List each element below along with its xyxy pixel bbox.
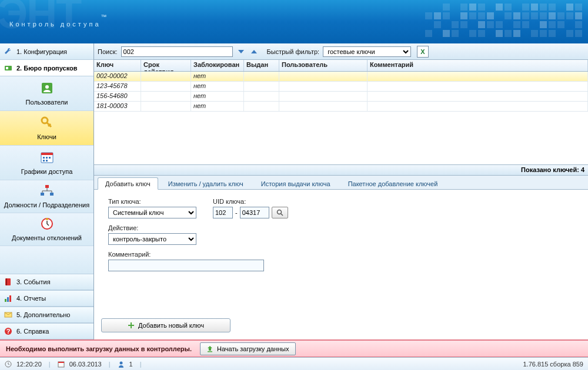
col-user[interactable]: Пользователь bbox=[279, 60, 368, 71]
svg-point-27 bbox=[119, 361, 122, 364]
calendar-icon bbox=[39, 149, 55, 166]
search-input[interactable] bbox=[121, 46, 233, 57]
svg-rect-9 bbox=[50, 193, 54, 196]
sidebar-item-additional[interactable]: 5. Дополнительно bbox=[0, 307, 93, 323]
col-blocked[interactable]: Заблокирован bbox=[191, 60, 244, 71]
svg-point-11 bbox=[46, 218, 48, 220]
sidebar-item-label: 3. События bbox=[16, 278, 51, 285]
col-comment[interactable]: Комментарий bbox=[368, 60, 588, 71]
table-row[interactable]: 156-54680нет bbox=[94, 92, 588, 102]
clock-icon bbox=[5, 361, 12, 368]
tab-batch[interactable]: Пакетное добавление ключей bbox=[340, 177, 446, 189]
card-icon bbox=[4, 63, 13, 73]
chart-icon bbox=[4, 294, 13, 303]
svg-rect-26 bbox=[58, 362, 64, 363]
start-upload-button[interactable]: Начать загрузку данных bbox=[200, 342, 296, 355]
help-icon: ? bbox=[4, 327, 13, 336]
sidebar-item-help[interactable]: ? 6. Справка bbox=[0, 323, 93, 339]
svg-rect-6 bbox=[41, 153, 53, 155]
search-up-icon[interactable] bbox=[249, 48, 259, 56]
uid-lookup-button[interactable] bbox=[272, 207, 288, 218]
mail-icon bbox=[4, 310, 13, 319]
tab-add-key[interactable]: Добавить ключ bbox=[98, 177, 158, 190]
action-label: Действие: bbox=[108, 224, 196, 231]
sidebar-item-passoffice[interactable]: 2. Бюро пропусков bbox=[0, 60, 93, 76]
keytype-label: Тип ключа: bbox=[108, 198, 196, 205]
alert-text: Необходимо выполнить загрузку данных в к… bbox=[6, 345, 192, 352]
uid-b-input[interactable] bbox=[240, 207, 269, 218]
user-small-icon bbox=[118, 361, 125, 368]
clock-icon bbox=[39, 216, 55, 232]
status-users: 1 bbox=[129, 361, 133, 368]
wrench-icon bbox=[4, 47, 13, 56]
banner-decoration bbox=[425, 4, 582, 37]
svg-rect-14 bbox=[5, 299, 6, 302]
keys-grid: Ключ Срок действия Заблокирован Выдан По… bbox=[94, 60, 588, 176]
svg-text:X: X bbox=[420, 48, 425, 55]
keytype-select[interactable]: Системный ключ bbox=[108, 207, 196, 218]
key-icon bbox=[39, 115, 55, 131]
svg-rect-1 bbox=[6, 67, 8, 69]
sidebar-item-label: 5. Дополнительно bbox=[16, 311, 70, 318]
svg-rect-13 bbox=[6, 278, 7, 285]
comment-label: Комментарий: bbox=[108, 251, 264, 258]
svg-rect-15 bbox=[7, 297, 9, 302]
sidebar-item-label: Должности / Подразделения bbox=[4, 201, 89, 208]
grid-header: Ключ Срок действия Заблокирован Выдан По… bbox=[94, 60, 588, 72]
col-key[interactable]: Ключ bbox=[94, 60, 141, 71]
tab-history[interactable]: История выдачи ключа bbox=[253, 177, 338, 189]
add-new-key-button[interactable]: Добавить новый ключ bbox=[101, 318, 230, 332]
table-row[interactable]: 181-00003нет bbox=[94, 102, 588, 112]
alert-bar: Необходимо выполнить загрузку данных в к… bbox=[0, 339, 588, 357]
users-icon bbox=[39, 80, 55, 96]
svg-rect-7 bbox=[45, 185, 49, 188]
sidebar: 1. Конфигурация 2. Бюро пропусков Пользо… bbox=[0, 43, 94, 339]
filter-select[interactable]: гостевые ключи bbox=[323, 46, 411, 57]
svg-point-3 bbox=[45, 85, 49, 89]
upload-icon bbox=[206, 345, 213, 352]
svg-rect-8 bbox=[41, 193, 44, 196]
grid-empty-area bbox=[94, 112, 588, 164]
sidebar-sub-keys[interactable]: Ключи bbox=[0, 111, 93, 146]
tab-edit-key[interactable]: Изменить / удалить ключ bbox=[161, 177, 251, 189]
sidebar-item-label: Ключи bbox=[37, 133, 56, 140]
sidebar-item-events[interactable]: 3. События bbox=[0, 274, 93, 290]
svg-rect-16 bbox=[9, 295, 11, 302]
sidebar-item-label: Документы отклонений bbox=[12, 234, 82, 241]
sidebar-item-label: Пользователи bbox=[26, 99, 68, 106]
toolbar: Поиск: Быстрый фильтр: гостевые ключи X bbox=[94, 43, 588, 60]
app-banner: ЭНТ Контроль доступа™ bbox=[0, 0, 588, 43]
sidebar-item-label: 4. Отчеты bbox=[16, 295, 46, 302]
sidebar-item-reports[interactable]: 4. Отчеты bbox=[0, 290, 93, 307]
svg-point-22 bbox=[277, 210, 281, 214]
sidebar-item-config[interactable]: 1. Конфигурация bbox=[0, 43, 93, 60]
uid-label: UID ключа: bbox=[213, 198, 288, 205]
status-date: 06.03.2013 bbox=[69, 361, 102, 368]
tabs: Добавить ключ Изменить / удалить ключ Ис… bbox=[94, 176, 588, 190]
table-row[interactable]: 123-45678нет bbox=[94, 82, 588, 92]
statusbar: 12:20:20 | 06.03.2013 | 1 | 1.76.815 сбо… bbox=[0, 357, 588, 370]
filter-label: Быстрый фильтр: bbox=[267, 48, 320, 55]
table-row[interactable]: 002-00002нет bbox=[94, 72, 588, 82]
banner-bg-text: ЭНТ bbox=[0, 0, 81, 38]
col-issued[interactable]: Выдан bbox=[244, 60, 279, 71]
col-expiry[interactable]: Срок действия bbox=[141, 60, 191, 71]
form-area: Тип ключа: Системный ключ UID ключа: - bbox=[94, 190, 588, 339]
orgchart-icon bbox=[39, 183, 55, 199]
sidebar-sub-positions[interactable]: Должности / Подразделения bbox=[0, 180, 93, 213]
sidebar-item-label: 1. Конфигурация bbox=[16, 48, 67, 55]
action-select[interactable]: контроль-закрыто bbox=[108, 233, 196, 245]
grid-footer: Показано ключей: 4 bbox=[94, 164, 588, 175]
sidebar-sub-schedules[interactable]: Графики доступа bbox=[0, 146, 93, 180]
sidebar-item-label: Графики доступа bbox=[21, 168, 73, 175]
search-down-icon[interactable] bbox=[236, 48, 246, 56]
svg-text:?: ? bbox=[6, 328, 11, 335]
sidebar-item-label: 2. Бюро пропусков bbox=[16, 65, 78, 72]
sidebar-sub-docs[interactable]: Документы отклонений bbox=[0, 213, 93, 246]
book-icon bbox=[4, 277, 13, 287]
sidebar-sub-users[interactable]: Пользователи bbox=[0, 76, 93, 111]
uid-a-input[interactable] bbox=[213, 207, 233, 218]
export-excel-button[interactable]: X bbox=[417, 46, 429, 58]
comment-input[interactable] bbox=[108, 260, 264, 271]
calendar-small-icon bbox=[58, 361, 65, 368]
